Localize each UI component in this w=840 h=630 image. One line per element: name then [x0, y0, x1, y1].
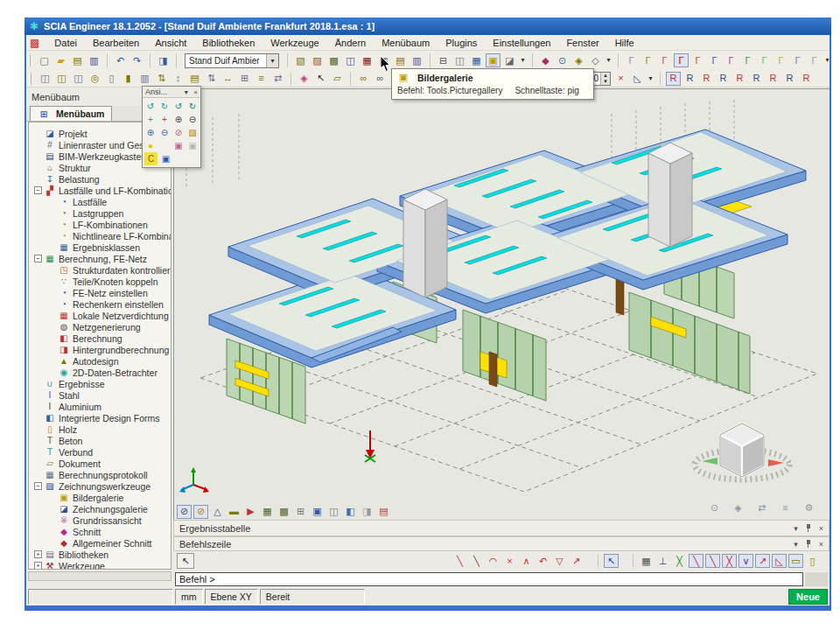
- save-all-icon[interactable]: ▤: [70, 53, 85, 67]
- zoom-rect-icon[interactable]: ⊖: [158, 126, 171, 139]
- nav-settings-icon[interactable]: ⚙: [802, 500, 816, 514]
- result-7-icon[interactable]: R: [766, 72, 780, 86]
- activity-icon[interactable]: ▥: [410, 53, 424, 67]
- tree-item-berechnung[interactable]: ◧Berechnung: [29, 332, 171, 344]
- result-1-icon[interactable]: R: [666, 72, 681, 86]
- rendered-icon[interactable]: ⊘: [193, 505, 208, 519]
- load-panel-icon[interactable]: ▦: [360, 53, 374, 67]
- frame-1-icon[interactable]: Γ: [624, 53, 639, 67]
- close-icon[interactable]: ×: [193, 88, 198, 96]
- redo-icon[interactable]: ↷: [130, 53, 144, 67]
- view-cube[interactable]: [691, 410, 796, 494]
- camera-1-icon[interactable]: ▣: [172, 139, 185, 152]
- snap-endpoint-icon[interactable]: ╲: [452, 554, 467, 568]
- column-icon[interactable]: ▯: [104, 72, 119, 86]
- zoom-out-icon[interactable]: ⊖: [186, 113, 199, 126]
- view-rotate-3-icon[interactable]: ↺: [172, 100, 185, 113]
- snap-triangle-icon[interactable]: ◺: [772, 554, 787, 568]
- frame-7-icon[interactable]: Γ: [724, 53, 738, 67]
- pin-icon[interactable]: [805, 524, 812, 532]
- nav-layers-icon[interactable]: ≡: [778, 500, 793, 514]
- command-input[interactable]: [175, 572, 803, 586]
- chevron-down-icon[interactable]: ▾: [605, 53, 612, 67]
- hatch-icon[interactable]: ▩: [276, 505, 291, 519]
- frame-11-icon[interactable]: Γ: [790, 53, 805, 67]
- beam-1-icon[interactable]: ◫: [38, 72, 52, 86]
- frame-4-icon[interactable]: Γ: [674, 53, 689, 67]
- frame-5-icon[interactable]: Γ: [690, 53, 705, 67]
- result-3-icon[interactable]: R: [699, 72, 714, 86]
- view-rotate-4-icon[interactable]: ↻: [186, 100, 199, 113]
- align-icon[interactable]: ⇅: [204, 72, 219, 86]
- select-cursor-icon[interactable]: ↖: [313, 72, 328, 86]
- snap-tri-icon[interactable]: ▽: [552, 554, 567, 568]
- frame-6-icon[interactable]: Γ: [707, 53, 722, 67]
- toolbar-grip[interactable]: [29, 54, 31, 66]
- tree-item-lf-kombinationen[interactable]: ◔LF-Kombinationen: [29, 219, 171, 230]
- result-5-icon[interactable]: R: [732, 72, 747, 86]
- zoom-tool-icon[interactable]: ⊙: [555, 53, 570, 67]
- move-view-icon[interactable]: +: [158, 113, 171, 126]
- snap-line-1-icon[interactable]: ╲: [689, 554, 704, 568]
- shade-right-icon[interactable]: ◨: [360, 505, 374, 519]
- nav-zoom-icon[interactable]: ⊙: [707, 500, 722, 514]
- toolbar-grip[interactable]: [29, 73, 32, 85]
- menu-plugins[interactable]: Plugins: [438, 37, 485, 49]
- table-output-icon[interactable]: ▦: [469, 53, 484, 67]
- clipboard-pic-icon[interactable]: ◆: [538, 53, 553, 67]
- node-icon[interactable]: ◎: [88, 72, 102, 86]
- menu-werkzeuge[interactable]: Werkzeuge: [262, 37, 326, 49]
- select-node-icon[interactable]: ◈: [297, 72, 312, 86]
- view-rotate-1-icon[interactable]: ↺: [144, 100, 157, 113]
- light-icon[interactable]: ●: [144, 139, 157, 152]
- beam-3-icon[interactable]: ◫: [71, 72, 86, 86]
- chevron-down-icon[interactable]: ▾: [266, 54, 278, 67]
- window-view-icon[interactable]: ◫: [326, 505, 341, 519]
- snap-ruler-icon[interactable]: ▭: [788, 554, 803, 568]
- tree-item-berechnung-fe-netz[interactable]: −▦Berechnung, FE-Netz: [29, 253, 171, 264]
- expand-icon[interactable]: +: [34, 550, 42, 558]
- surfaces-icon[interactable]: △: [210, 505, 225, 519]
- print-preview-icon[interactable]: ◫: [452, 53, 467, 67]
- snap-circle-icon[interactable]: ◠: [486, 554, 500, 568]
- cross-sections-icon[interactable]: ▩: [326, 53, 341, 67]
- tree-item-allgemeiner-schnitt[interactable]: ◆Allgemeiner Schnitt: [29, 537, 171, 549]
- tree-item-integrierte-design-forms[interactable]: ◧Integrierte Design Forms: [29, 412, 171, 424]
- close-icon[interactable]: ×: [819, 540, 823, 549]
- frame-10-icon[interactable]: Γ: [774, 53, 788, 67]
- tree-item-autodesign[interactable]: ▲Autodesign: [29, 355, 171, 367]
- snap-door-icon[interactable]: ▯: [805, 554, 820, 568]
- tree-item-bibliotheken[interactable]: +▤Bibliotheken: [29, 549, 171, 560]
- tree-item-lastgruppen[interactable]: ◔Lastgruppen: [29, 207, 171, 219]
- result-8-icon[interactable]: R: [782, 72, 797, 86]
- snap-grid-icon[interactable]: ▦: [639, 554, 654, 568]
- undo-icon[interactable]: ↶: [113, 53, 128, 67]
- chevron-down-icon[interactable]: ▾: [794, 524, 798, 533]
- menu-men-baum[interactable]: Menübaum: [374, 37, 438, 49]
- result-4-icon[interactable]: R: [716, 72, 731, 86]
- tree-item-netzgenerierung[interactable]: ◍Netzgenerierung: [29, 321, 171, 332]
- tree-item-ergebnisklassen[interactable]: ▦Ergebnisklassen: [29, 242, 171, 253]
- chevron-down-icon[interactable]: ▾: [794, 540, 798, 549]
- tree-item-grundrissansicht[interactable]: ※Grundrissansicht: [29, 514, 171, 526]
- exchange-icon[interactable]: ⇄: [270, 72, 285, 86]
- panel-command-line[interactable]: Befehlszeile ▾ ×: [173, 536, 830, 551]
- new-button[interactable]: Neue: [788, 589, 828, 605]
- ansicht-palette[interactable]: Ansi... ▾ × ↺↻↺↻++⊕⊖⊕⊖⊘▨●▣▣C▣: [142, 86, 201, 168]
- beam-2-icon[interactable]: ◫: [54, 72, 69, 86]
- tree-item-2d-daten-betrachter[interactable]: ◉2D-Daten-Betrachter: [29, 367, 171, 378]
- tree-item-hintergrundberechnung[interactable]: ◨Hintergrundberechnung: [29, 344, 171, 355]
- supports-icon[interactable]: ▬: [227, 505, 242, 519]
- zoom-window-icon[interactable]: ⊕: [144, 126, 157, 139]
- menu--ndern[interactable]: Ändern: [327, 37, 374, 49]
- clip-box-icon[interactable]: C: [144, 152, 158, 165]
- swap-v-icon[interactable]: ⇅: [154, 72, 169, 86]
- tree-item-teile-knoten-koppeln[interactable]: ∵Teile/Knoten koppeln: [29, 276, 171, 287]
- tree-item-rechenkern-einstellen[interactable]: ◔Rechenkern einstellen: [29, 298, 171, 310]
- loads-icon[interactable]: ▶: [243, 505, 258, 519]
- tree-item-belastung[interactable]: ↧Belastung: [29, 173, 171, 185]
- levels-icon[interactable]: ≡: [254, 72, 269, 86]
- menu-fenster[interactable]: Fenster: [558, 37, 606, 49]
- window-layout-icon[interactable]: ◨: [156, 53, 171, 67]
- wireframe-icon[interactable]: ⊘: [177, 505, 192, 519]
